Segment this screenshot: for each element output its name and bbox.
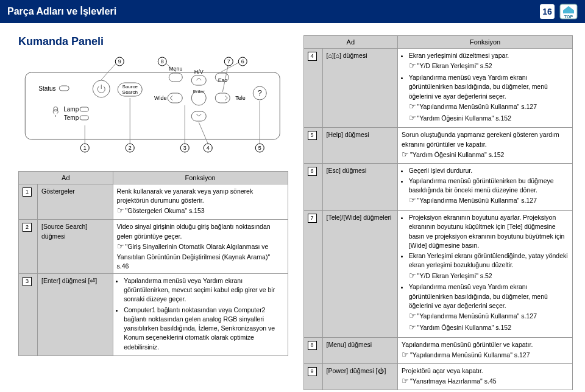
table-row: 6 [Esc] düğmesi Geçerli işlevi durdurur.… (303, 163, 573, 211)
function-table-right: AdFonksiyon 4 [⌂][⌂] düğmesi Ekran yerle… (303, 35, 573, 390)
table-row: 1 Göstergeler Renk kullanarak ve yanarak… (19, 184, 288, 220)
svg-text:Menu: Menu (169, 66, 183, 72)
svg-text:?: ? (258, 89, 262, 97)
svg-text:Temp: Temp (64, 114, 79, 121)
table-row: 3 [Enter] düğmesi [⏎] Yapılandırma menüs… (19, 274, 288, 356)
section-heading: Kumanda Paneli (18, 35, 288, 48)
table-row: 2 [Source Search] düğmesi Video sinyal g… (19, 220, 288, 274)
svg-text:1: 1 (83, 145, 87, 151)
top-icon[interactable]: TOP (559, 4, 578, 19)
svg-text:4: 4 (207, 145, 210, 151)
svg-text:TOP: TOP (564, 15, 573, 19)
svg-text:H/V: H/V (194, 69, 204, 75)
table-row: 8 [Menu] düğmesi Yapılandırma menüsünü g… (303, 337, 573, 363)
svg-text:6: 6 (241, 58, 244, 65)
function-table-left: AdFonksiyon 1 Göstergeler Renk kullanara… (18, 171, 288, 356)
svg-text:Wide: Wide (154, 95, 167, 101)
svg-text:Esc: Esc (218, 77, 228, 83)
svg-text:8: 8 (161, 58, 164, 65)
svg-text:Lamp: Lamp (63, 106, 79, 113)
svg-text:9: 9 (118, 58, 121, 65)
svg-text:5: 5 (258, 145, 261, 151)
page-header: Parça Adları ve İşlevleri 16 TOP (0, 0, 585, 23)
header-title: Parça Adları ve İşlevleri (7, 6, 116, 17)
table-row: 7 [Tele]/[Wide] düğmeleri Projeksiyon ek… (303, 211, 573, 338)
svg-text:7: 7 (227, 58, 230, 65)
svg-text:Tele: Tele (235, 95, 246, 101)
svg-text:Status: Status (38, 85, 55, 92)
table-row: 9 [Power] düğmesi [⏻] Projektörü açar ve… (303, 363, 573, 390)
table-row: 5 [Help] düğmesi Sorun oluştuğunda yapma… (303, 128, 573, 163)
svg-text:2: 2 (129, 145, 132, 151)
page-number: 16 (540, 4, 555, 19)
svg-text:3: 3 (183, 145, 186, 151)
svg-text:Search: Search (122, 89, 138, 95)
control-panel-diagram: Status Lamp Temp Source Search Menu H/V … (18, 55, 288, 165)
svg-text:Source: Source (122, 84, 138, 89)
table-row: 4 [⌂][⌂] düğmesi Ekran yerleşimini düzel… (303, 49, 573, 128)
